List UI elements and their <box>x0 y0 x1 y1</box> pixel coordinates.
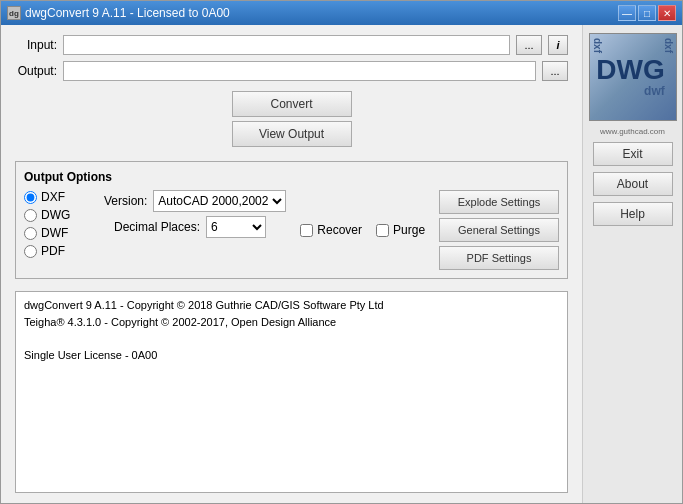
input-label: Input: <box>15 38 57 52</box>
logo-center: DWG dwf <box>596 56 668 98</box>
radio-pdf-input[interactable] <box>24 245 37 258</box>
purge-label: Purge <box>393 223 425 237</box>
output-options-title: Output Options <box>24 170 559 184</box>
decimal-label: Decimal Places: <box>114 220 200 234</box>
purge-checkbox[interactable] <box>376 224 389 237</box>
exit-button[interactable]: Exit <box>593 142 673 166</box>
middle-options: Version: AutoCAD 2000,2002 AutoCAD 2004 … <box>104 190 286 270</box>
decimal-select[interactable]: 6 4 8 2 <box>206 216 266 238</box>
general-settings-button[interactable]: General Settings <box>439 218 559 242</box>
view-output-button[interactable]: View Output <box>232 121 352 147</box>
input-field[interactable] <box>63 35 510 55</box>
radio-dxf[interactable]: DXF <box>24 190 104 204</box>
title-bar: dg dwgConvert 9 A.11 - Licensed to 0A00 … <box>1 1 682 25</box>
close-button[interactable]: ✕ <box>658 5 676 21</box>
app-icon: dg <box>7 6 21 20</box>
window-title: dwgConvert 9 A.11 - Licensed to 0A00 <box>25 6 230 20</box>
input-info-button[interactable]: i <box>548 35 568 55</box>
minimize-button[interactable]: — <box>618 5 636 21</box>
radio-dxf-input[interactable] <box>24 191 37 204</box>
action-buttons: Convert View Output <box>15 91 568 147</box>
title-bar-left: dg dwgConvert 9 A.11 - Licensed to 0A00 <box>7 6 230 20</box>
maximize-button[interactable]: □ <box>638 5 656 21</box>
logo-side-text: dxf <box>592 38 603 53</box>
explode-settings-button[interactable]: Explode Settings <box>439 190 559 214</box>
recover-checkbox[interactable] <box>300 224 313 237</box>
content-area: Input: ... i Output: ... Convert View Ou… <box>1 25 682 503</box>
input-browse-button[interactable]: ... <box>516 35 542 55</box>
radio-dwf-input[interactable] <box>24 227 37 240</box>
status-area: dwgConvert 9 A.11 - Copyright © 2018 Gut… <box>15 291 568 493</box>
version-select[interactable]: AutoCAD 2000,2002 AutoCAD 2004 AutoCAD 2… <box>153 190 286 212</box>
radio-dwf-label: DWF <box>41 226 68 240</box>
decimal-row: Decimal Places: 6 4 8 2 <box>104 216 286 238</box>
recover-check[interactable]: Recover <box>300 223 362 237</box>
recover-label: Recover <box>317 223 362 237</box>
settings-buttons: Explode Settings General Settings PDF Se… <box>429 190 559 270</box>
output-field[interactable] <box>63 61 536 81</box>
logo-dwf: dwf <box>644 84 665 98</box>
status-line-4: Single User License - 0A00 <box>24 347 559 364</box>
output-browse-button[interactable]: ... <box>542 61 568 81</box>
status-line-1: dwgConvert 9 A.11 - Copyright © 2018 Gut… <box>24 297 559 314</box>
radio-pdf-label: PDF <box>41 244 65 258</box>
help-button[interactable]: Help <box>593 202 673 226</box>
radio-dwg-input[interactable] <box>24 209 37 222</box>
about-button[interactable]: About <box>593 172 673 196</box>
logo-dwg: DWG <box>596 56 664 84</box>
options-row: DXF DWG DWF PDF <box>24 190 559 270</box>
input-row: Input: ... i <box>15 35 568 55</box>
convert-button[interactable]: Convert <box>232 91 352 117</box>
output-label: Output: <box>15 64 57 78</box>
title-controls: — □ ✕ <box>618 5 676 21</box>
radio-dxf-label: DXF <box>41 190 65 204</box>
output-options-group: Output Options DXF DWG <box>15 161 568 279</box>
radio-dwf[interactable]: DWF <box>24 226 104 240</box>
format-radio-group: DXF DWG DWF PDF <box>24 190 104 270</box>
main-window: dg dwgConvert 9 A.11 - Licensed to 0A00 … <box>0 0 683 504</box>
purge-check[interactable]: Purge <box>376 223 425 237</box>
version-row: Version: AutoCAD 2000,2002 AutoCAD 2004 … <box>104 190 286 212</box>
logo-box: dxf DWG dwf dxf <box>589 33 677 121</box>
version-label: Version: <box>104 194 147 208</box>
status-line-2: Teigha® 4.3.1.0 - Copyright © 2002-2017,… <box>24 314 559 331</box>
pdf-settings-button[interactable]: PDF Settings <box>439 246 559 270</box>
radio-pdf[interactable]: PDF <box>24 244 104 258</box>
main-panel: Input: ... i Output: ... Convert View Ou… <box>1 25 582 503</box>
radio-dwg[interactable]: DWG <box>24 208 104 222</box>
checkboxes-area: Recover Purge <box>286 190 425 270</box>
right-sidebar: dxf DWG dwf dxf www.guthcad.com Exit Abo… <box>582 25 682 503</box>
output-row: Output: ... <box>15 61 568 81</box>
logo-url: www.guthcad.com <box>600 127 665 136</box>
radio-dwg-label: DWG <box>41 208 70 222</box>
status-line-3 <box>24 330 559 347</box>
logo-side-text2: dxf <box>663 38 674 53</box>
